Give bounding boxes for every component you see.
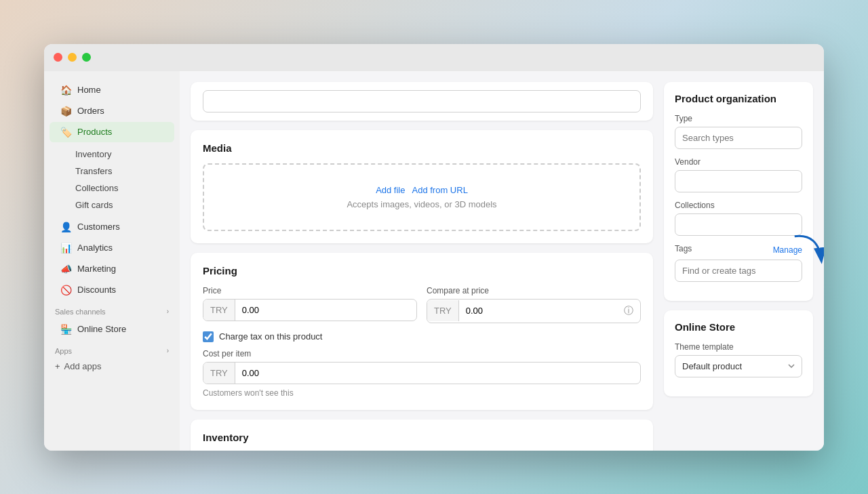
analytics-icon: 📊 (60, 243, 72, 253)
type-field: Type (675, 114, 802, 149)
compare-label: Compare at price (427, 286, 641, 295)
collections-input[interactable] (675, 213, 802, 236)
online-store-title: Online Store (675, 321, 802, 333)
compare-input-group: TRY ⓘ (427, 299, 641, 323)
online-store-card: Online Store Theme template Default prod… (664, 310, 813, 396)
sidebar-item-discounts[interactable]: 🚫 Discounts (50, 280, 174, 300)
manage-link[interactable]: Manage (773, 245, 802, 255)
price-field: Price TRY (203, 286, 417, 323)
charge-tax-checkbox[interactable] (203, 331, 214, 342)
vendor-label: Vendor (675, 157, 802, 167)
inventory-title: Inventory (203, 432, 641, 443)
marketing-icon: 📣 (60, 264, 72, 274)
price-input[interactable] (235, 300, 416, 321)
app-body: 🏠 Home 📦 Orders 🏷️ Products Inventory Tr… (44, 71, 824, 451)
tags-label-row: Tags Manage (675, 244, 802, 257)
type-label: Type (675, 114, 802, 123)
apps-label: Apps › (44, 340, 180, 358)
home-icon: 🏠 (60, 85, 72, 96)
apps-chevron-icon: › (167, 347, 169, 354)
cost-input[interactable] (235, 363, 640, 384)
close-button[interactable] (54, 53, 62, 62)
sidebar-item-orders[interactable]: 📦 Orders (50, 101, 174, 121)
chevron-right-icon: › (167, 308, 169, 315)
content-area: Media Add file Add from URL Accepts imag… (191, 82, 653, 440)
sidebar-item-online-store[interactable]: 🏪 Online Store (50, 319, 174, 339)
cost-currency: TRY (203, 363, 235, 384)
media-title: Media (203, 142, 641, 154)
media-card: Media Add file Add from URL Accepts imag… (191, 130, 653, 243)
price-currency: TRY (203, 300, 235, 321)
main-content: Media Add file Add from URL Accepts imag… (180, 71, 824, 451)
app-window: 🏠 Home 📦 Orders 🏷️ Products Inventory Tr… (44, 44, 824, 451)
product-org-title: Product organization (675, 93, 802, 104)
maximize-button[interactable] (82, 53, 91, 62)
discounts-icon: 🚫 (60, 285, 72, 295)
cost-input-group: TRY (203, 362, 641, 384)
sidebar-item-inventory[interactable]: Inventory (70, 146, 180, 163)
cost-help-text: Customers won't see this (203, 388, 641, 398)
cost-label: Cost per item (203, 349, 641, 358)
pricing-row: Price TRY Compare at price TRY ⓘ (203, 286, 641, 323)
right-panel: Product organization Type Vendor Coll (664, 82, 813, 440)
sales-channels-label: Sales channels › (44, 301, 180, 318)
theme-template-field: Theme template Default product Custom pr… (675, 342, 802, 377)
title-bar (44, 44, 824, 71)
sidebar-item-home[interactable]: 🏠 Home (50, 80, 174, 100)
products-icon: 🏷️ (60, 127, 72, 138)
compare-currency: TRY (427, 300, 459, 321)
minimize-button[interactable] (68, 53, 77, 62)
plus-icon: + (55, 361, 60, 371)
tags-field: Tags Manage (675, 244, 802, 282)
sidebar-item-marketing[interactable]: 📣 Marketing (50, 259, 174, 279)
compare-input[interactable] (459, 300, 617, 321)
compare-field: Compare at price TRY ⓘ (427, 286, 641, 323)
sidebar-item-products[interactable]: 🏷️ Products (50, 122, 174, 142)
sidebar-item-customers[interactable]: 👤 Customers (50, 217, 174, 237)
add-file-link[interactable]: Add file (376, 185, 405, 195)
inventory-card: Inventory SKU (Stock Keeping Unit) Barco… (191, 419, 653, 451)
sidebar-item-gift-cards[interactable]: Gift cards (70, 197, 180, 213)
customers-icon: 👤 (60, 222, 72, 232)
price-label: Price (203, 286, 417, 295)
sidebar: 🏠 Home 📦 Orders 🏷️ Products Inventory Tr… (44, 71, 180, 451)
sidebar-item-collections[interactable]: Collections (70, 180, 180, 197)
media-dropzone[interactable]: Add file Add from URL Accepts images, vi… (203, 163, 641, 231)
online-store-icon: 🏪 (60, 324, 72, 335)
charge-tax-row: Charge tax on this product (203, 331, 641, 342)
tags-label: Tags (675, 244, 692, 253)
product-title-input[interactable] (203, 90, 641, 112)
theme-template-label: Theme template (675, 342, 802, 352)
theme-template-select[interactable]: Default product Custom product Landing p… (675, 355, 802, 377)
vendor-field: Vendor (675, 157, 802, 192)
add-from-url-link[interactable]: Add from URL (412, 185, 468, 195)
collections-field: Collections (675, 201, 802, 236)
type-input[interactable] (675, 127, 802, 149)
sidebar-sub-products: Inventory Transfers Collections Gift car… (44, 143, 180, 216)
sidebar-item-transfers[interactable]: Transfers (70, 163, 180, 180)
tags-input[interactable] (675, 260, 802, 282)
orders-icon: 📦 (60, 106, 72, 117)
charge-tax-label: Charge tax on this product (219, 331, 322, 342)
cost-field: Cost per item TRY Customers won't see th… (203, 349, 641, 398)
product-organization-card: Product organization Type Vendor Coll (664, 82, 813, 301)
collections-label: Collections (675, 201, 802, 210)
pricing-card: Pricing Price TRY Compare at price (191, 253, 653, 410)
add-apps-button[interactable]: + Add apps (44, 358, 180, 375)
top-input-card (191, 82, 653, 121)
media-links: Add file Add from URL (376, 185, 468, 195)
info-icon: ⓘ (617, 300, 640, 323)
media-accepts-text: Accepts images, videos, or 3D models (347, 199, 496, 209)
sidebar-item-analytics[interactable]: 📊 Analytics (50, 238, 174, 258)
pricing-title: Pricing (203, 265, 641, 276)
price-input-group: TRY (203, 299, 417, 321)
vendor-input[interactable] (675, 170, 802, 192)
